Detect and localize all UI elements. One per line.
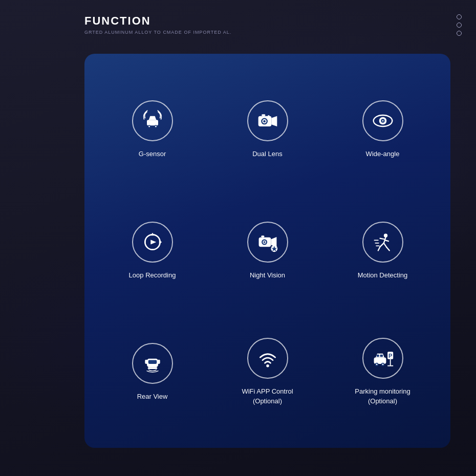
feature-row-1: G-sensor xyxy=(95,69,440,190)
wifi-app-label: WiFi APP Control (Optional) xyxy=(242,387,293,405)
dual-lens-icon-circle xyxy=(247,100,288,141)
wide-angle-icon xyxy=(372,110,394,132)
svg-text:P: P xyxy=(388,353,392,359)
svg-rect-0 xyxy=(147,120,158,125)
nav-dots[interactable] xyxy=(457,14,462,36)
svg-point-9 xyxy=(263,120,266,123)
wide-angle-icon-circle xyxy=(362,100,403,141)
svg-rect-10 xyxy=(262,114,265,116)
svg-rect-43 xyxy=(147,367,157,369)
svg-line-30 xyxy=(380,239,384,240)
svg-point-3 xyxy=(148,126,150,127)
parking-icon: P xyxy=(372,347,394,370)
page-subtitle: GRTED ALUMINUM ALLOY TO CMADE OF IMPORTE… xyxy=(84,30,450,35)
loop-recording-icon xyxy=(141,231,164,253)
feature-row-3: Rear View WiFi APP Control (Optional) xyxy=(95,311,440,432)
motion-detecting-label: Motion Detecting xyxy=(358,271,408,280)
page-title: FUNCTION xyxy=(84,14,450,28)
page-container: FUNCTION GRTED ALUMINUM ALLOY TO CMADE O… xyxy=(0,0,476,476)
svg-rect-48 xyxy=(380,355,383,357)
parking-label: Parking monitoring (Optional) xyxy=(355,387,410,405)
night-vision-icon-circle xyxy=(247,222,288,263)
rear-view-icon-circle xyxy=(132,343,173,384)
feature-dual-lens: Dual Lens xyxy=(210,100,325,159)
nav-dot-3[interactable] xyxy=(457,31,462,36)
feature-wifi-app: WiFi APP Control (Optional) xyxy=(210,338,325,405)
svg-rect-42 xyxy=(158,359,160,363)
svg-line-31 xyxy=(385,240,388,241)
rear-view-icon xyxy=(141,352,164,375)
svg-point-5 xyxy=(155,126,157,127)
night-vision-icon xyxy=(256,231,279,253)
nav-dot-1[interactable] xyxy=(457,14,462,19)
g-sensor-icon xyxy=(141,110,164,132)
parking-icon-circle: P xyxy=(362,338,403,379)
svg-point-12 xyxy=(268,115,270,117)
loop-recording-icon-circle xyxy=(132,222,173,263)
feature-parking: P Parking monitoring (Optional) xyxy=(325,338,440,405)
feature-g-sensor: G-sensor xyxy=(95,100,210,159)
svg-line-32 xyxy=(380,243,383,247)
svg-rect-47 xyxy=(377,355,379,357)
wifi-app-icon-circle xyxy=(247,338,288,379)
feature-row-2: Loop Recording xyxy=(95,190,440,312)
svg-rect-55 xyxy=(390,359,391,366)
feature-rear-view: Rear View xyxy=(95,343,210,401)
night-vision-label: Night Vision xyxy=(250,271,285,280)
svg-marker-1 xyxy=(148,116,156,120)
motion-detecting-icon-circle xyxy=(362,222,403,263)
header: FUNCTION GRTED ALUMINUM ALLOY TO CMADE O… xyxy=(84,14,450,35)
feature-wide-angle: Wide-angle xyxy=(325,100,440,159)
dual-lens-label: Dual Lens xyxy=(252,149,283,159)
svg-point-44 xyxy=(266,364,269,367)
feature-night-vision: Night Vision xyxy=(210,222,325,280)
svg-rect-24 xyxy=(261,235,264,237)
svg-rect-45 xyxy=(374,358,386,364)
svg-rect-40 xyxy=(148,360,157,363)
features-card: G-sensor xyxy=(84,54,450,448)
motion-detecting-icon xyxy=(372,231,394,253)
rear-view-label: Rear View xyxy=(137,392,168,401)
g-sensor-icon-circle xyxy=(132,100,173,141)
svg-line-33 xyxy=(378,247,380,250)
nav-dot-2[interactable] xyxy=(457,23,462,28)
svg-line-35 xyxy=(386,247,390,250)
svg-point-52 xyxy=(382,364,383,365)
svg-marker-19 xyxy=(150,240,156,244)
feature-loop-recording: Loop Recording xyxy=(95,222,210,280)
feature-motion-detecting: Motion Detecting xyxy=(325,222,440,280)
dual-lens-icon xyxy=(256,110,279,132)
wifi-app-icon xyxy=(256,347,279,370)
svg-point-23 xyxy=(263,241,265,243)
svg-marker-11 xyxy=(271,116,277,126)
g-sensor-label: G-sensor xyxy=(139,149,166,159)
svg-rect-41 xyxy=(145,359,147,363)
wide-angle-label: Wide-angle xyxy=(366,149,400,159)
loop-recording-label: Loop Recording xyxy=(129,271,176,280)
svg-point-16 xyxy=(382,120,383,122)
svg-line-34 xyxy=(383,243,386,247)
svg-point-50 xyxy=(376,364,377,365)
